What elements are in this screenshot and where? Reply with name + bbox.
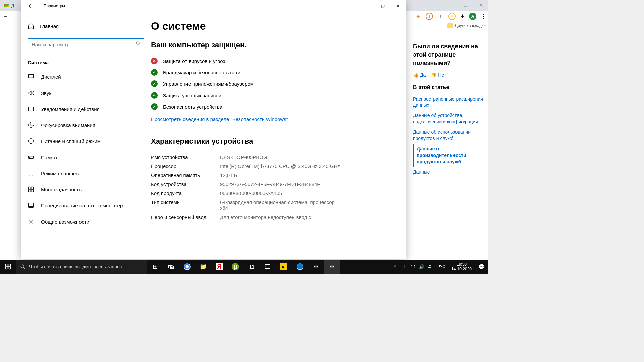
svg-point-0: [136, 42, 139, 45]
sidebar-item-power[interactable]: Питание и спящий режим: [21, 133, 151, 149]
utorrent-icon[interactable]: μ: [227, 260, 244, 274]
settings-taskbar-icon[interactable]: ⚙: [324, 260, 340, 274]
network-icon[interactable]: 🖧: [426, 260, 435, 274]
clock[interactable]: 19:50 14.10.2020: [448, 262, 475, 272]
microsoft-logo-icon: [4, 3, 9, 8]
feedback-question: Были ли сведения на этой странице полезн…: [413, 42, 484, 68]
sidebar-item-multitask[interactable]: Многозадачность: [21, 181, 151, 197]
svg-rect-8: [31, 187, 34, 189]
spec-value: Для этого монитора недоступен ввод с: [220, 214, 311, 220]
extension-icon[interactable]: ◉: [414, 13, 422, 20]
spec-label: Код устройства: [151, 181, 220, 187]
bookmarks-bar[interactable]: Другие закладки: [447, 23, 486, 28]
language-indicator[interactable]: РУС: [435, 264, 448, 269]
protected-heading: Ваш компьютер защищен.: [151, 41, 392, 49]
spec-value: Intel(R) Core(TM) i7-3770 CPU @ 3.40GHz …: [220, 163, 340, 169]
extension-icon[interactable]: ⬇: [448, 13, 456, 20]
back-button[interactable]: [26, 3, 33, 9]
edge-icon[interactable]: [292, 260, 308, 274]
download-icon[interactable]: ⬇: [437, 13, 444, 20]
close-button[interactable]: ✕: [390, 1, 406, 11]
app-icon[interactable]: 🖥: [244, 260, 260, 274]
spec-value: 9502973A-5672-4F5F-A849-7FD1F3B4884F: [220, 181, 320, 187]
sidebar-item-shared[interactable]: Общие возможности: [21, 214, 151, 230]
page-title: О системе: [151, 20, 392, 33]
browser-tab[interactable]: Д: [0, 3, 18, 8]
tray-chevron-icon[interactable]: ^: [391, 260, 400, 274]
security-item-label: Защита учетных записей: [163, 93, 221, 98]
sidebar-item-notifications[interactable]: Уведомления и действия: [21, 101, 151, 117]
window-title: Параметры: [44, 4, 65, 8]
settings-content: О системе Ваш компьютер защищен. ✕Защита…: [151, 12, 406, 259]
bg-minimize-button[interactable]: —: [442, 0, 458, 10]
browser-menu-icon[interactable]: ⋮: [480, 13, 486, 20]
spec-label: Код продукта: [151, 190, 220, 196]
taskbar-search[interactable]: Чтобы начать поиск, введите здесь запрос: [16, 260, 147, 274]
check-icon: ✓: [151, 103, 158, 110]
docs-link-active[interactable]: Данные о производительности продуктов и …: [413, 144, 484, 167]
docs-link[interactable]: Данные об использовании продуктов и служ…: [413, 127, 484, 144]
docs-link[interactable]: Распространенные расширения данных: [413, 94, 484, 111]
bg-maximize-button[interactable]: ▢: [458, 0, 473, 10]
category-label: Система: [21, 50, 151, 69]
spec-row: Оперативная память12,0 ГБ: [151, 171, 392, 180]
svg-rect-11: [29, 203, 34, 206]
start-button[interactable]: [0, 260, 16, 274]
spec-row: Перо и сенсорный вводДля этого монитора …: [151, 213, 392, 222]
sidebar-item-focus[interactable]: Фокусировка внимания: [21, 117, 151, 133]
security-item: ✓Защита учетных записей: [151, 89, 392, 101]
browser-back-icon[interactable]: ←: [3, 13, 8, 19]
sidebar-item-display[interactable]: Дисплей: [21, 69, 151, 85]
settings-window: Параметры — ▢ ✕ Главная Система Дисплей …: [21, 0, 406, 259]
spec-row: Код устройства9502973A-5672-4F5F-A849-7F…: [151, 180, 392, 189]
home-button[interactable]: Главная: [21, 20, 151, 32]
svg-rect-14: [6, 267, 8, 269]
task-view-icon[interactable]: ⊞: [147, 260, 163, 274]
browser-tab-label: Д: [11, 3, 14, 8]
maximize-button[interactable]: ▢: [375, 1, 390, 11]
security-item-label: Защита от вирусов и угроз: [163, 58, 225, 64]
check-icon: ✓: [151, 69, 158, 76]
avatar[interactable]: A: [469, 13, 476, 20]
feedback-no-button[interactable]: 👎 Нет: [431, 72, 446, 78]
bluetooth-icon[interactable]: ᛒ: [400, 260, 409, 274]
sidebar-item-sound[interactable]: Звук: [21, 85, 151, 101]
settings-sidebar: Главная Система Дисплей Звук Уведомления…: [21, 12, 151, 259]
feedback-yes-button[interactable]: 👍 Да: [413, 72, 426, 78]
sidebar-item-storage[interactable]: Память: [21, 149, 151, 165]
extensions-icon[interactable]: ✦: [460, 13, 465, 20]
app-icon[interactable]: 🗔: [260, 260, 276, 274]
search-input[interactable]: [28, 38, 144, 50]
explorer-icon[interactable]: 📁: [195, 260, 211, 274]
svg-rect-10: [31, 190, 34, 192]
docs-link[interactable]: Данные об устройстве, подключении и конф…: [413, 110, 484, 127]
minimize-button[interactable]: —: [360, 1, 375, 11]
docs-link[interactable]: Данные: [413, 167, 484, 177]
sidebar-item-projecting[interactable]: Проецирование на этот компьютер: [21, 197, 151, 214]
display-icon[interactable]: 🖵: [409, 260, 417, 274]
app-icon[interactable]: ⚙: [308, 260, 324, 274]
notification-icon[interactable]: 💬: [475, 264, 488, 270]
svg-point-19: [297, 264, 303, 270]
taskbar: Чтобы начать поиск, введите здесь запрос…: [0, 260, 488, 274]
bg-close-button[interactable]: ✕: [473, 0, 488, 10]
security-item-label: Управление приложениями/браузером: [163, 81, 254, 87]
docs-section-heading: В этой статье: [413, 84, 484, 90]
spec-label: Процессор: [151, 163, 220, 169]
svg-rect-7: [29, 187, 31, 189]
home-label: Главная: [40, 23, 59, 29]
chrome-icon[interactable]: [179, 260, 195, 274]
store-icon[interactable]: 🛍: [163, 260, 179, 274]
player-icon[interactable]: ▶: [276, 260, 292, 274]
spec-value: 64-разрядная операционная система, проце…: [220, 199, 341, 211]
security-item: ✓Управление приложениями/браузером: [151, 78, 392, 89]
spec-row: ПроцессорIntel(R) Core(TM) i7-3770 CPU @…: [151, 162, 392, 171]
security-details-link[interactable]: Просмотреть сведения в разделе "Безопасн…: [151, 116, 288, 122]
security-item: ✓Безопасность устройства: [151, 101, 392, 112]
volume-icon[interactable]: 🔊: [417, 260, 426, 274]
yandex-icon[interactable]: Я: [211, 260, 227, 274]
sidebar-item-tablet[interactable]: Режим планшета: [21, 165, 151, 181]
extension-icon[interactable]: T: [426, 13, 433, 20]
check-icon: ✓: [151, 80, 158, 87]
security-item: ✕Защита от вирусов и угроз: [151, 55, 392, 67]
